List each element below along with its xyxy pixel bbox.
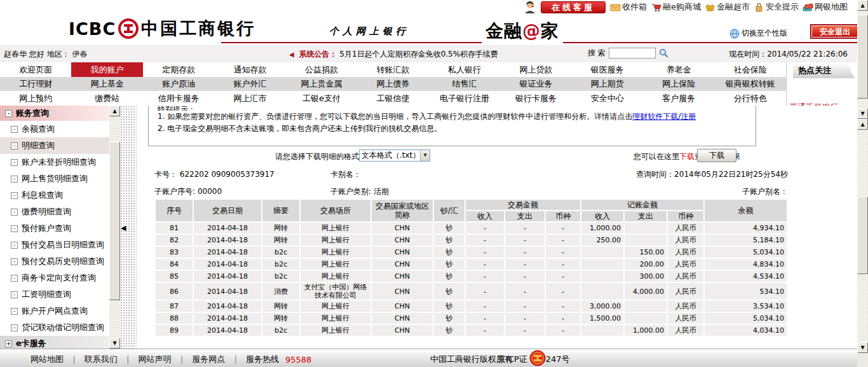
finance-software-download-link[interactable]: 理财软件下载/注册	[632, 112, 696, 121]
nav-item-账户原油[interactable]: 账户原油	[143, 77, 214, 91]
nav-item-银证业务[interactable]: 银证业务	[500, 77, 571, 91]
nav-item-信用卡服务[interactable]: 信用卡服务	[143, 91, 214, 106]
search-input[interactable]	[609, 48, 656, 59]
footer-link-网站地图[interactable]: 网站地图	[31, 354, 64, 365]
scrollbar-thumb[interactable]	[857, 15, 868, 99]
nav-item-转账汇款[interactable]: 转账汇款	[357, 62, 428, 77]
nav-item-工银信使[interactable]: 工银信使	[357, 91, 428, 106]
sidebar-item-label: 缴费明细查询	[22, 206, 71, 218]
transaction-row: 832014-04-18b2c网上银行CHN钞---150.00人民币5,034…	[156, 247, 787, 258]
sidebar-item-缴费明细查询[interactable]: -缴费明细查询	[0, 204, 109, 220]
sidebar-scrollbar-thumb[interactable]	[109, 142, 120, 300]
detail-query-content: 特别提示： 1. 如果您需要对您的银行资产、负债进行管理，您可以下载您的当日明细…	[137, 106, 859, 349]
nav-item-网上期货[interactable]: 网上期货	[572, 77, 643, 91]
sidebar-scrollbar-track[interactable]	[109, 116, 120, 338]
sidebar-item-账务查询[interactable]: -账务查询	[0, 106, 109, 121]
download-button[interactable]: 下载	[697, 149, 736, 162]
nav-item-结售汇[interactable]: 结售汇	[429, 77, 500, 91]
nav-item-工行理财[interactable]: 工行理财	[0, 77, 71, 91]
sidebar-item-余额查询[interactable]: -余额查询	[0, 121, 109, 137]
nav-item-银医服务[interactable]: 银医服务	[572, 62, 643, 77]
sidebar-item-预付交易历史明细查询[interactable]: -预付交易历史明细查询	[0, 253, 109, 270]
cell-t_out: -	[505, 259, 545, 270]
nav-item-网上贵金属[interactable]: 网上贵金属	[286, 77, 357, 91]
nav-row-1: 欢迎页面我的账户定期存款通知存款公益捐款转账汇款私人银行网上贷款银医服务养老金社…	[0, 62, 786, 77]
nav-item-网上贷款[interactable]: 网上贷款	[500, 62, 571, 77]
bulletin-arrow-icon: ◀	[289, 51, 294, 58]
nav-item-银商银权转账[interactable]: 银商银权转账	[715, 77, 786, 91]
nav-item-养老金[interactable]: 养老金	[643, 62, 714, 77]
nav-item-我的账户[interactable]: 我的账户	[71, 62, 142, 77]
sidebar-item-利息税查询[interactable]: -利息税查询	[0, 187, 109, 204]
utility-link-inbox[interactable]: 收件箱	[610, 1, 647, 13]
nav-item-银行卡服务[interactable]: 银行卡服务	[500, 91, 571, 106]
footer-link-联系我们[interactable]: 联系我们	[85, 354, 118, 365]
scroll-down-icon[interactable]: ▼	[857, 108, 868, 119]
sidebar-splitter[interactable]: ◀	[120, 106, 137, 349]
scrollbar-track[interactable]	[857, 11, 868, 108]
scroll-up-icon[interactable]: ▲	[857, 119, 868, 130]
cell-b_in	[581, 247, 623, 258]
nav-item-社会保险[interactable]: 社会保险	[715, 62, 786, 77]
nav-item-工银e支付[interactable]: 工银e支付	[286, 91, 357, 106]
nav-item-网上基金[interactable]: 网上基金	[71, 77, 142, 91]
nav-item-客户服务[interactable]: 客户服务	[643, 91, 714, 106]
collapse-sidebar-icon[interactable]: ◀	[121, 224, 126, 232]
cell-balance: 4,934.10	[705, 223, 787, 233]
utility-link-market[interactable]: 金融超市	[705, 1, 750, 13]
sidebar-item-预付账户查询[interactable]: -预付账户查询	[0, 220, 109, 237]
download-format-select[interactable]: 文本格式（.txt） ▼	[359, 149, 430, 162]
nav-item-安全中心[interactable]: 安全中心	[572, 91, 643, 106]
nav-item-私人银行[interactable]: 私人银行	[429, 62, 500, 77]
cell-country: CHN	[372, 301, 433, 312]
nav-item-网上汇市[interactable]: 网上汇市	[214, 91, 285, 106]
sidebar-item-网上售货明细查询[interactable]: -网上售货明细查询	[0, 170, 109, 187]
utility-link-security[interactable]: 安全提示	[754, 1, 799, 13]
sidebar-item-账户开户网点查询[interactable]: -账户开户网点查询	[0, 303, 109, 319]
scrollbar-thumb[interactable]	[857, 197, 868, 274]
nav-item-通知存款[interactable]: 通知存款	[214, 62, 285, 77]
footer-link-服务网点[interactable]: 服务网点	[192, 354, 225, 365]
notice-line-1: 1. 如果您需要对您的银行资产、负债进行管理，您可以下载您的当日明细，导入工商银…	[158, 111, 749, 123]
sidebar-scrollbar: ▲ ▼	[109, 106, 120, 349]
sidebar-item-预付交易当日明细查询[interactable]: -预付交易当日明细查询	[0, 237, 109, 253]
scrollbar-track[interactable]	[857, 130, 868, 342]
sidebar-scroll-up-button[interactable]: ▲	[109, 106, 120, 116]
footer-link-网站声明[interactable]: 网站声明	[138, 354, 171, 365]
cell-b_out: 150.00	[625, 247, 667, 258]
nav-item-网上债券[interactable]: 网上债券	[357, 77, 428, 91]
nav-item-缴费站[interactable]: 缴费站	[71, 91, 142, 106]
nav-item-网上保险[interactable]: 网上保险	[643, 77, 714, 91]
nav-item-账户外汇[interactable]: 账户外汇	[214, 77, 285, 91]
cell-t_cur: -	[546, 247, 580, 258]
search-icon[interactable]	[659, 48, 668, 58]
nav-item-分行特色[interactable]: 分行特色	[715, 91, 786, 106]
nav-item-网上预约[interactable]: 网上预约	[0, 91, 71, 106]
cell-b_cur: 人民币	[668, 223, 703, 233]
chevron-down-icon[interactable]: ▼	[420, 150, 430, 161]
online-customer-service-button[interactable]: 在线客服	[541, 1, 606, 13]
nav-item-欢迎页面[interactable]: 欢迎页面	[0, 62, 71, 77]
sidebar-item-贷记联动借记明细查询[interactable]: -贷记联动借记明细查询	[0, 319, 109, 336]
sidebar-item-账户未登折明细查询[interactable]: -账户未登折明细查询	[0, 154, 109, 170]
current-time: 现在时间：2014/05/22 21:26:06	[729, 49, 848, 60]
cell-t_in: -	[466, 313, 504, 324]
sidebar-item-明细查询[interactable]: -明细查询	[0, 137, 109, 154]
cell-country: CHN	[372, 235, 433, 246]
switch-version-link[interactable]: 切换至个性版	[729, 28, 787, 39]
sidebar-item-label: e卡服务	[16, 338, 46, 349]
cell-b_cur: 人民币	[668, 325, 703, 336]
sidebar-scroll-down-button[interactable]: ▼	[109, 338, 120, 349]
sidebar-item-商务卡定向支付查询[interactable]: -商务卡定向支付查询	[0, 270, 109, 286]
sidebar-item-工资明细查询[interactable]: -工资明细查询	[0, 286, 109, 303]
scroll-up-icon[interactable]: ▲	[857, 0, 868, 11]
nav-item-电子银行注册[interactable]: 电子银行注册	[429, 91, 500, 106]
scroll-down-icon[interactable]: ▼	[857, 342, 868, 353]
utility-link-mall[interactable]: 融e购商城	[651, 1, 701, 13]
secure-logout-button[interactable]: 安全退出	[811, 25, 858, 38]
collapse-icon: -	[11, 242, 18, 249]
sidebar-item-e卡服务[interactable]: +e卡服务	[0, 336, 109, 349]
nav-item-定期存款[interactable]: 定期存款	[143, 62, 214, 77]
nav-item-公益捐款[interactable]: 公益捐款	[286, 62, 357, 77]
utility-link-map[interactable]: 网银地图	[803, 1, 848, 13]
